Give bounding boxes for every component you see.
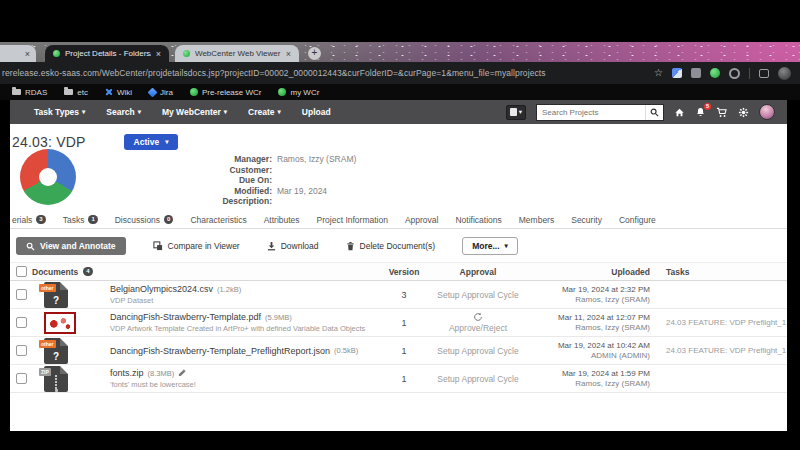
compare-in-viewer-button[interactable]: Compare in Viewer	[153, 241, 240, 251]
bookmark-item[interactable]: RDAS	[12, 88, 47, 97]
project-tab[interactable]: Characteristics	[190, 215, 246, 225]
nav-menu-item[interactable]: My WebCenter ▾	[162, 107, 227, 117]
view-and-annotate-button[interactable]: View and Annotate	[16, 237, 126, 255]
column-header-documents[interactable]: Documents	[32, 267, 78, 277]
more-button[interactable]: More... ▾	[462, 237, 518, 255]
project-field-row: Description:	[142, 196, 356, 207]
table-row[interactable]: ? DancingFish-Strawberry-Template.pdf (5…	[10, 309, 787, 337]
project-tab[interactable]: Discussions 0	[115, 215, 174, 225]
side-panel-icon[interactable]	[759, 69, 769, 78]
project-tab[interactable]: Tasks 1	[63, 215, 98, 225]
approval-link[interactable]: Setup Approval Cycle	[437, 374, 518, 384]
browser-tab-partial[interactable]: ×	[0, 45, 36, 62]
task-link[interactable]: 24.03 FEATURE: VDP Preflight_1	[666, 346, 787, 355]
nav-menu-item[interactable]: Search ▾	[106, 107, 141, 117]
document-toolbar: View and Annotate Compare in Viewer Down…	[10, 229, 787, 262]
extension-icon[interactable]	[691, 68, 701, 78]
bookmark-star-icon[interactable]: ☆	[654, 68, 663, 78]
chevron-down-icon: ▾	[519, 109, 522, 115]
project-tab-bar: erials 3 Tasks 1 Discussions 0 Character…	[10, 211, 787, 229]
table-row[interactable]: other ? BelgianOlympics2024.csv (1.2kB)	[10, 281, 787, 309]
download-button[interactable]: Download	[267, 241, 319, 251]
document-link[interactable]: BelgianOlympics2024.csv	[110, 284, 213, 294]
project-tab[interactable]: Configure	[619, 215, 656, 225]
bookmark-item[interactable]: Wiki	[105, 88, 132, 97]
close-icon[interactable]: ×	[156, 49, 161, 59]
project-tab[interactable]: erials 3	[12, 215, 46, 225]
bookmark-item[interactable]: my WCr	[278, 88, 319, 97]
nav-item-label: Create	[248, 107, 274, 117]
project-status-button[interactable]: Active ▾	[124, 134, 179, 150]
url-text[interactable]: rerelease.esko-saas.com/WebCenter/projde…	[0, 68, 645, 78]
settings-button[interactable]	[738, 107, 749, 118]
project-tab[interactable]: Project Information	[317, 215, 388, 225]
bookmark-item[interactable]: Jira	[149, 88, 173, 97]
cart-button[interactable]	[716, 107, 728, 118]
select-all-checkbox[interactable]	[16, 266, 27, 277]
extension-icon[interactable]	[710, 68, 720, 78]
browser-tab[interactable]: WebCenter Web Viewer ×	[175, 45, 299, 62]
nav-menu-item[interactable]: Task Types ▾	[34, 107, 85, 117]
project-field-row: Modified: Mar 19, 2024	[142, 186, 356, 197]
column-header-version[interactable]: Version	[380, 267, 428, 277]
project-tab[interactable]: Attributes	[264, 215, 300, 225]
search-input[interactable]	[537, 108, 645, 117]
address-bar[interactable]: rerelease.esko-saas.com/WebCenter/projde…	[0, 62, 800, 84]
approval-cell[interactable]: Approve/Reject	[428, 312, 528, 333]
close-icon[interactable]: ×	[25, 49, 30, 59]
bookmark-item[interactable]: Pre-release WCr	[190, 88, 262, 97]
bookmark-favicon	[278, 88, 286, 96]
nav-item-label: Task Types	[34, 107, 79, 117]
project-tab[interactable]: Security	[571, 215, 602, 225]
browser-tab[interactable]: Project Details - Folders/Docu... ×	[45, 45, 169, 62]
extensions-puzzle-icon[interactable]	[729, 68, 740, 79]
browser-tab-strip: × Project Details - Folders/Docu... × We…	[0, 42, 800, 62]
approval-link[interactable]: Setup Approval Cycle	[437, 346, 518, 356]
version-value: 1	[380, 318, 428, 328]
extension-icon[interactable]	[672, 68, 682, 78]
approval-cell[interactable]: Setup Approval Cycle	[428, 290, 528, 300]
column-header-tasks[interactable]: Tasks	[666, 267, 787, 277]
user-avatar[interactable]	[759, 104, 775, 120]
column-header-uploaded[interactable]: Uploaded	[528, 267, 666, 277]
project-tab[interactable]: Approval	[405, 215, 439, 225]
search-icon	[26, 242, 35, 251]
uploaded-cell: Mar 19, 2024 at 1:59 PM Ramos, Izzy (SRA…	[528, 369, 666, 389]
unknown-type-glyph: ?	[44, 351, 68, 362]
column-header-approval[interactable]: Approval	[428, 267, 528, 277]
file-size: (1.2kB)	[217, 285, 241, 294]
edit-note-icon[interactable]	[178, 369, 186, 377]
tab-label: Members	[519, 215, 554, 225]
new-tab-button[interactable]: +	[308, 47, 321, 60]
delete-documents-button[interactable]: Delete Document(s)	[346, 241, 436, 251]
document-link[interactable]: fonts.zip	[110, 368, 144, 378]
notifications-button[interactable]: 5	[695, 107, 706, 118]
task-link[interactable]: 24.03 FEATURE: VDP Preflight_1	[666, 318, 787, 327]
row-checkbox[interactable]	[16, 373, 27, 384]
bookmark-item[interactable]: etc	[64, 88, 88, 97]
document-link[interactable]: DancingFish-Strawberry-Template_Prefligh…	[110, 346, 330, 356]
approval-link[interactable]: Setup Approval Cycle	[437, 290, 518, 300]
search-button[interactable]	[645, 105, 663, 120]
nav-menu-item[interactable]: Create ▾	[248, 107, 281, 117]
chevron-down-icon: ▾	[278, 109, 281, 115]
row-checkbox[interactable]	[16, 345, 27, 356]
row-checkbox[interactable]	[16, 289, 27, 300]
document-link[interactable]: DancingFish-Strawberry-Template.pdf	[110, 312, 261, 322]
browser-profile-avatar[interactable]	[778, 67, 791, 80]
uploaded-date: Mar 19, 2024 at 1:59 PM	[562, 369, 650, 379]
project-tab[interactable]: Notifications	[455, 215, 501, 225]
nav-menu-item[interactable]: Upload	[302, 107, 331, 117]
project-tab[interactable]: Members	[519, 215, 554, 225]
table-row[interactable]: other ? DancingFish-Strawberry-Template_…	[10, 337, 787, 365]
table-row[interactable]: ? ZIP fonts.zip (8.3MB) 'fonts' must be …	[10, 365, 787, 393]
approval-cell[interactable]: Setup Approval Cycle	[428, 346, 528, 356]
row-checkbox[interactable]	[16, 317, 27, 328]
approval-link[interactable]: Approve/Reject	[449, 323, 507, 333]
close-icon[interactable]: ×	[286, 49, 291, 59]
approval-cell[interactable]: Setup Approval Cycle	[428, 374, 528, 384]
search-scope-selector[interactable]: ▾	[506, 105, 526, 120]
home-button[interactable]	[674, 107, 685, 118]
project-field-row: Due On:	[142, 175, 356, 186]
browser-action-icons: ☆	[645, 67, 800, 80]
